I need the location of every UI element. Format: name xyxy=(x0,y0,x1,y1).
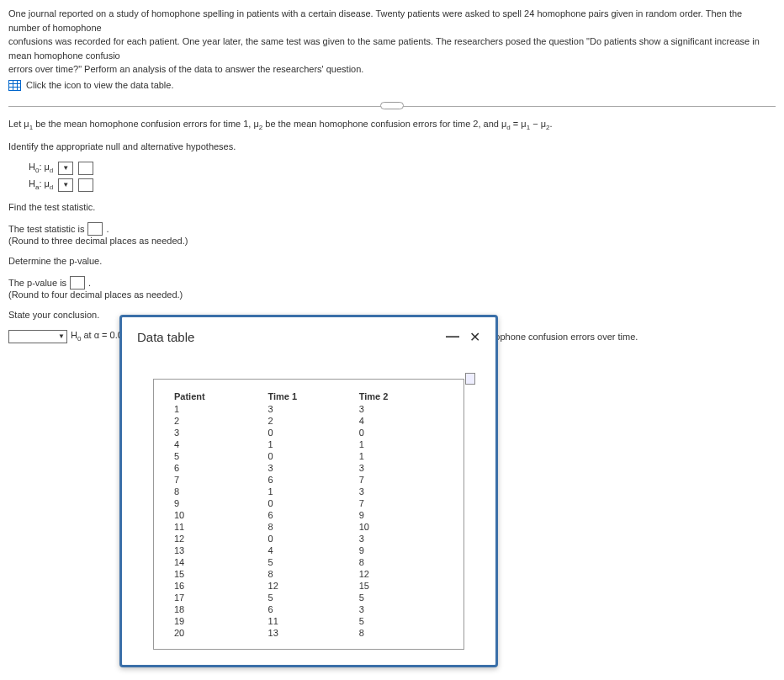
data-table-icon[interactable] xyxy=(8,80,21,91)
h0-value-input[interactable] xyxy=(78,162,93,175)
h-letter: H xyxy=(29,162,35,172)
h-letter: H xyxy=(29,178,35,189)
definitions-text: Let μ1 be the mean homophone confusion e… xyxy=(8,119,776,131)
pvalue-round-note: (Round to four decimal places as needed.… xyxy=(8,290,776,300)
mu-prefix: : μ xyxy=(39,178,49,189)
test-statistic-label: The test statistic is xyxy=(8,224,84,234)
pvalue-heading: Determine the p-value. xyxy=(8,256,776,266)
period: . xyxy=(106,224,109,234)
close-icon[interactable]: ✕ xyxy=(469,329,480,345)
h0-label: H0: μd xyxy=(29,162,53,174)
problem-line-3: errors over time?" Perform an analysis o… xyxy=(8,64,363,74)
data-table-modal: Data table — ✕ Patient Time 1 Time 2 133… xyxy=(119,315,498,350)
mu-prefix: : μ xyxy=(39,162,49,172)
click-icon-text: Click the icon to view the data table. xyxy=(26,80,173,90)
def-text: Let μ xyxy=(8,119,29,129)
conclusion-decision-select[interactable]: ▼ xyxy=(8,330,67,343)
ha-label: Ha: μd xyxy=(29,178,53,191)
def-text: be the mean homophone confusion errors f… xyxy=(262,119,506,129)
divider-handle-icon[interactable] xyxy=(380,102,404,109)
mu-sub: d xyxy=(50,167,53,174)
ha-row: Ha: μd ▼ xyxy=(29,178,776,192)
pvalue-label: The p-value is xyxy=(8,278,66,288)
def-text: − μ xyxy=(530,119,546,129)
problem-statement: One journal reported on a study of homop… xyxy=(8,7,776,77)
test-statistic-round-note: (Round to three decimal places as needed… xyxy=(8,236,776,246)
problem-line-2: confusions was recorded for each patient… xyxy=(8,36,760,61)
def-text: . xyxy=(549,119,552,129)
def-text: = μ xyxy=(511,119,527,129)
ha-operator-select[interactable]: ▼ xyxy=(58,178,73,192)
def-text: be the mean homophone confusion errors f… xyxy=(33,119,259,129)
find-statistic-heading: Find the test statistic. xyxy=(8,202,776,212)
test-statistic-input[interactable] xyxy=(87,222,103,236)
minimize-icon[interactable]: — xyxy=(446,329,459,345)
problem-line-1: One journal reported on a study of homop… xyxy=(8,8,742,33)
hypotheses-heading: Identify the appropriate null and altern… xyxy=(8,141,776,151)
c-text: H xyxy=(71,330,77,340)
modal-title: Data table xyxy=(137,330,194,344)
ha-value-input[interactable] xyxy=(78,178,93,192)
pvalue-input[interactable] xyxy=(70,276,85,290)
h0-operator-select[interactable]: ▼ xyxy=(58,162,73,175)
h0-row: H0: μd ▼ xyxy=(29,162,776,175)
mu-sub: d xyxy=(50,183,53,191)
period: . xyxy=(88,278,91,288)
